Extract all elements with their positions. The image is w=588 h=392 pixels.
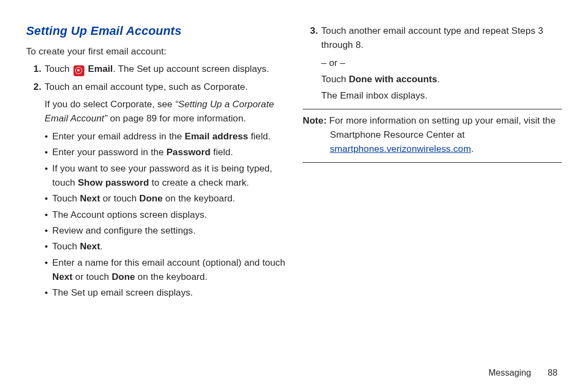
corporate-note: If you do select Corporate, see “Setting… xyxy=(45,97,285,126)
right-column: 3. Touch another email account type and … xyxy=(303,22,562,302)
step-1: 1. Touch Email. The Set up account scree… xyxy=(26,62,285,76)
steps-list-right: 3. Touch another email account type and … xyxy=(303,24,562,53)
sub-steps-list: Enter your email address in the Email ad… xyxy=(45,130,285,301)
list-item: The Account options screen displays. xyxy=(45,208,285,222)
resource-link[interactable]: smartphones.verizonwireless.com xyxy=(330,144,471,154)
note-label: Note: xyxy=(303,115,327,126)
list-item: Touch Next. xyxy=(45,240,285,254)
section-heading: Setting Up Email Accounts xyxy=(26,22,285,40)
list-item: The Set up email screen displays. xyxy=(45,286,285,300)
email-label: Email xyxy=(88,64,113,74)
page-footer: Messaging 88 xyxy=(488,366,558,380)
step-2-text: Touch an email account type, such as Cor… xyxy=(45,82,248,92)
done-accounts-line: Touch Done with accounts. xyxy=(321,72,562,87)
manual-page: Setting Up Email Accounts To create your… xyxy=(0,0,588,392)
intro-text: To create your first email account: xyxy=(26,45,285,59)
note-rule-top xyxy=(303,109,562,109)
list-item: If you want to see your password as it i… xyxy=(45,162,285,191)
footer-section: Messaging xyxy=(488,368,531,377)
list-item: Review and configure the settings. xyxy=(45,224,285,238)
step-3-text: Touch another email account type and rep… xyxy=(321,26,543,50)
step-2: 2. Touch an email account type, such as … xyxy=(26,80,285,94)
or-separator: – or – xyxy=(321,56,562,70)
step-number: 3. xyxy=(303,24,318,38)
list-item: Touch Next or touch Done on the keyboard… xyxy=(45,192,285,206)
step-3: 3. Touch another email account type and … xyxy=(303,24,562,53)
inbox-displays-line: The Email inbox displays. xyxy=(321,89,562,103)
email-app-icon xyxy=(74,65,84,76)
step-1-text: Touch Email. The Set up account screen d… xyxy=(45,64,269,74)
steps-list: 1. Touch Email. The Set up account scree… xyxy=(26,62,285,94)
footer-page-number: 88 xyxy=(548,366,558,380)
step-number: 2. xyxy=(26,80,41,94)
left-column: Setting Up Email Accounts To create your… xyxy=(26,22,285,302)
note-text: Note: For more information on setting up… xyxy=(303,114,562,157)
list-item: Enter your password in the Password fiel… xyxy=(45,145,285,160)
list-item: Enter your email address in the Email ad… xyxy=(45,130,285,144)
step-number: 1. xyxy=(26,62,41,76)
two-column-layout: Setting Up Email Accounts To create your… xyxy=(26,22,562,302)
list-item: Enter a name for this email account (opt… xyxy=(45,256,285,285)
note-rule-bottom xyxy=(303,162,562,163)
note-block: Note: For more information on setting up… xyxy=(303,114,562,157)
